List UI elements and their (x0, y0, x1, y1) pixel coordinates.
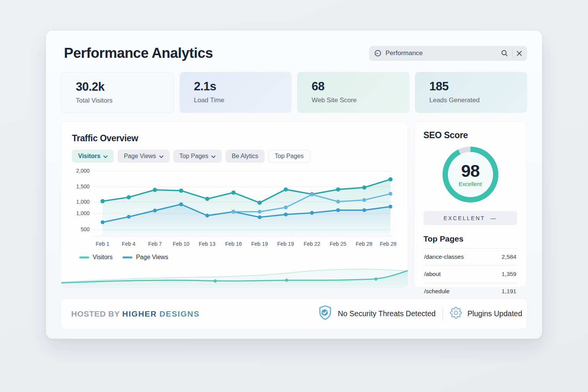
seo-gauge-ring: 98 Excellent (443, 147, 498, 203)
brand-name-light: DESIGNS (159, 309, 199, 318)
page-path: /dance-classes (424, 253, 464, 260)
tab-label: Top Pages (275, 153, 304, 160)
page-path: /schedule (424, 288, 449, 295)
seo-title: SEO Score (423, 130, 517, 140)
stat-card-leads: 185 Leads Generated (415, 72, 528, 113)
search-bar[interactable] (369, 46, 527, 61)
y-tick: 1,500 (76, 183, 90, 189)
gear-icon (450, 307, 462, 321)
stat-card-load-time: 2.1s Load Time (180, 72, 292, 113)
traffic-tabs: Visitors Page Views Top Pages Be Alytics… (72, 150, 397, 163)
stat-card-total-visitors: 30.2k Total Visitors (61, 72, 174, 113)
chart-legend: Visitors Page Views (79, 254, 397, 261)
tab-visitors[interactable]: Visitors (72, 150, 114, 163)
search-icon[interactable] (501, 49, 508, 57)
header: Performance Analytics (61, 41, 527, 65)
hosted-prefix: HOSTED BY (71, 309, 120, 318)
tab-label: Be Alytics (232, 153, 258, 160)
x-tick: Feb 16 (225, 241, 242, 247)
legend-swatch (79, 256, 89, 258)
badge-dash-icon: — (490, 215, 497, 221)
x-tick: Feb 7 (148, 241, 162, 247)
clock-history-icon (374, 49, 382, 57)
y-axis-labels: 2,000 1,500 1,000 1,000 500 (72, 168, 93, 238)
x-tick: Feb 13 (199, 241, 216, 247)
top-page-row[interactable]: /schedule 1,191 (423, 283, 517, 300)
x-tick: Feb 1 (96, 241, 109, 247)
x-axis-labels: Feb 1 Feb 4 Feb 7 Feb 10 Feb 13 Feb 16 F… (93, 241, 393, 249)
traffic-title: Traffic Overview (72, 133, 397, 144)
chevron-down-icon (159, 155, 163, 158)
tab-page-views[interactable]: Page Views (118, 150, 169, 163)
chevron-down-icon (103, 155, 108, 158)
legend-label: Page Views (136, 254, 168, 261)
legend-item-page-views: Page Views (122, 254, 168, 261)
line-chart-svg (93, 168, 393, 238)
y-tick: 2,000 (76, 168, 90, 174)
page-views-count: 1,191 (501, 288, 516, 295)
top-page-row[interactable]: /dance-classes 2,584 (423, 248, 517, 265)
close-icon[interactable] (516, 51, 522, 56)
footer-bar: HOSTED BY HIGHER DESIGNS No Security Thr… (61, 298, 527, 329)
traffic-chart: 2,000 1,500 1,000 1,000 500 (72, 168, 397, 238)
legend-swatch (122, 256, 132, 258)
dashboard-container: Performance Analytics 30.2k Total Visito… (46, 31, 542, 339)
legend-label: Visitors (93, 254, 113, 261)
stat-value: 2.1s (194, 80, 278, 93)
footer-divider (443, 307, 443, 321)
seo-gauge-center: 98 Excellent (448, 152, 493, 197)
x-tick: Feb 10 (173, 241, 189, 247)
page-path: /about (424, 271, 441, 278)
traffic-overview-card: Traffic Overview Visitors Page Views Top… (61, 121, 408, 288)
seo-score-value: 98 (461, 162, 479, 180)
tab-be-alytics[interactable]: Be Alytics (225, 150, 264, 163)
seo-score-card: SEO Score 98 Excellent EXCELLENT — Top P… (414, 121, 527, 288)
hosted-by: HOSTED BY HIGHER DESIGNS (71, 309, 199, 318)
seo-score-rating: Excellent (459, 181, 482, 187)
stat-label: Total Visitors (76, 97, 159, 105)
stat-label: Load Time (194, 96, 278, 104)
footer-status-group: No Security Threats Detected Plugins Upd… (318, 305, 522, 323)
x-tick: Feb 19 (277, 241, 294, 247)
y-tick: 1,000 (76, 210, 90, 216)
sparkline-svg (61, 266, 408, 287)
stat-label: Leads Generated (430, 96, 513, 104)
security-status: No Security Threats Detected (318, 305, 435, 323)
top-pages-title: Top Pages (423, 234, 517, 243)
stat-label: Web Site Score (312, 96, 395, 104)
x-tick: Feb 22 (304, 241, 320, 247)
search-input[interactable] (385, 49, 497, 57)
chevron-down-icon (211, 155, 216, 158)
security-status-text: No Security Threats Detected (338, 309, 435, 318)
brand-name-bold: HIGHER (122, 309, 157, 318)
tab-label: Visitors (78, 153, 100, 160)
top-page-row[interactable]: /about 1,359 (423, 265, 517, 283)
page-views-count: 2,584 (501, 253, 516, 260)
y-tick: 500 (81, 226, 90, 232)
page-views-count: 1,359 (501, 271, 516, 278)
stat-value: 68 (312, 80, 395, 93)
seo-rating-badge[interactable]: EXCELLENT — (423, 211, 517, 225)
tab-label: Page Views (124, 153, 156, 160)
x-tick: Feb 4 (122, 241, 136, 247)
x-tick: Feb 25 (330, 241, 346, 247)
legend-item-visitors: Visitors (79, 254, 113, 261)
plugins-status-text: Plugins Updated (467, 309, 522, 318)
stat-card-site-score: 68 Web Site Score (297, 72, 410, 113)
search-divider (512, 49, 513, 57)
stat-value: 185 (430, 80, 513, 93)
tab-label: Top Pages (180, 153, 209, 160)
tab-top-pages-2[interactable]: Top Pages (268, 150, 310, 163)
plugins-status: Plugins Updated (450, 307, 522, 321)
stats-row: 30.2k Total Visitors 2.1s Load Time 68 W… (61, 72, 527, 113)
sparkline-chart (61, 266, 408, 287)
stat-value: 30.2k (76, 80, 159, 94)
main-row: Traffic Overview Visitors Page Views Top… (61, 121, 527, 288)
chart-plot-area (93, 168, 393, 238)
tab-top-pages[interactable]: Top Pages (173, 150, 222, 163)
shield-check-icon (318, 305, 332, 323)
x-tick: Feb 28 (380, 241, 397, 247)
page-title: Performance Analytics (64, 45, 213, 61)
x-tick: Feb 19 (251, 241, 268, 247)
x-tick: Feb 28 (356, 241, 372, 247)
